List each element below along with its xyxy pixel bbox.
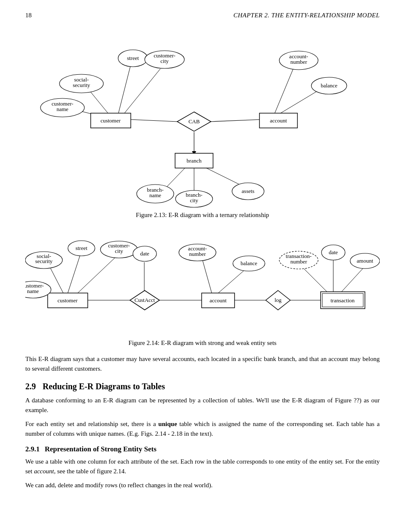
svg-line-12 xyxy=(200,165,245,187)
svg-text:log: log xyxy=(275,297,282,303)
unique-bold: unique xyxy=(158,421,177,427)
svg-line-0 xyxy=(130,119,177,122)
section-29-number: 2.9 xyxy=(25,382,36,391)
section-291-para1: We use a table with one column for each … xyxy=(25,457,380,477)
section-291-number: 2.9.1 xyxy=(25,445,40,453)
svg-text:number: number xyxy=(189,251,206,257)
svg-text:street: street xyxy=(76,245,88,251)
svg-text:security: security xyxy=(73,82,90,88)
svg-text:CustAcct: CustAcct xyxy=(135,297,155,303)
svg-line-57 xyxy=(340,269,363,294)
svg-line-1 xyxy=(211,119,262,122)
svg-line-55 xyxy=(217,271,244,294)
section-29-para2: For each entity set and relationship set… xyxy=(25,419,380,439)
svg-line-9 xyxy=(278,88,323,114)
section-291-para2: We can add, delete and modify rows (to r… xyxy=(25,480,380,490)
svg-text:date: date xyxy=(140,250,149,257)
svg-text:name: name xyxy=(149,192,161,198)
svg-text:name: name xyxy=(27,288,39,294)
svg-text:account: account xyxy=(270,117,287,124)
svg-text:CAB: CAB xyxy=(189,118,200,125)
svg-line-5 xyxy=(118,65,131,114)
page-number: 18 xyxy=(25,12,32,19)
svg-line-54 xyxy=(202,260,212,295)
svg-line-49 xyxy=(51,269,64,295)
figure1-diagram: customer CAB account branch social- secu… xyxy=(25,27,380,208)
svg-text:branch: branch xyxy=(186,157,202,164)
svg-text:assets: assets xyxy=(242,188,254,194)
paragraph-ternary-desc: This E-R diagram says that a customer ma… xyxy=(25,354,380,374)
svg-line-10 xyxy=(165,165,188,189)
svg-text:street: street xyxy=(127,55,139,61)
svg-text:city: city xyxy=(190,197,198,204)
svg-text:number: number xyxy=(290,258,307,265)
svg-line-50 xyxy=(68,255,80,294)
section-29-heading: 2.9 Reducing E-R Diagrams to Tables xyxy=(25,382,380,391)
svg-text:balance: balance xyxy=(321,82,338,89)
section-29-para1: A database conforming to an E-R diagram … xyxy=(25,396,380,415)
svg-text:transaction: transaction xyxy=(330,297,355,304)
svg-text:balance: balance xyxy=(240,260,257,266)
svg-text:account: account xyxy=(210,297,227,304)
svg-text:city: city xyxy=(160,58,169,64)
svg-text:amount: amount xyxy=(357,258,373,264)
svg-line-6 xyxy=(124,69,160,113)
section-291-title: Representation of Strong Entity Sets xyxy=(45,445,157,453)
section-29-title: Reducing E-R Diagrams to Tables xyxy=(43,382,165,391)
svg-text:customer: customer xyxy=(57,297,78,304)
figure2-diagram: customer CustAcct account log transactio… xyxy=(25,226,380,336)
svg-text:date: date xyxy=(329,249,338,255)
svg-text:number: number xyxy=(290,59,307,65)
chapter-title: CHAPTER 2. THE ENTITY-RELATIONSHIP MODEL xyxy=(233,12,380,19)
account-italic: account xyxy=(34,468,54,475)
svg-line-8 xyxy=(274,69,293,114)
figure1-caption: Figure 2.13: E-R diagram with a ternary … xyxy=(25,212,380,219)
svg-text:name: name xyxy=(57,106,68,112)
svg-text:city: city xyxy=(115,248,123,254)
svg-line-51 xyxy=(76,257,116,295)
svg-text:security: security xyxy=(35,258,53,264)
svg-line-58 xyxy=(304,269,329,294)
svg-text:customer: customer xyxy=(100,117,121,124)
figure2-caption: Figure 2.14: E-R diagram with strong and… xyxy=(25,339,380,347)
section-291-heading: 2.9.1 Representation of Strong Entity Se… xyxy=(25,445,380,453)
svg-line-4 xyxy=(91,92,110,115)
